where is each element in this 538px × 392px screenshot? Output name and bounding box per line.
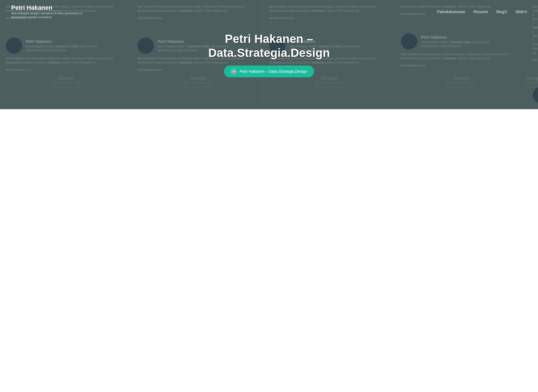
logo-name-link[interactable]: Petri Hakanen	[11, 4, 82, 11]
nav-palveluksessasi[interactable]: Palveluksessasi	[437, 10, 465, 14]
hero-title-line1: Petri Hakanen –	[225, 32, 313, 45]
hero-cta-label: Petri Hakanen – Data.Strategia.Design	[240, 69, 307, 74]
logo-tagline-line2: development models & practices	[11, 16, 52, 19]
hero-cta-button[interactable]: 🏠 Petri Hakanen – Data.Strategia.Design	[224, 66, 314, 77]
hero-title: Petri Hakanen – Data.Strategia.Design	[208, 32, 330, 60]
nav-slideit[interactable]: Slide'it	[515, 10, 527, 14]
logo-tagline-line1: data strategies design | operations & le…	[11, 12, 82, 15]
nav-resume[interactable]: Resume	[473, 10, 488, 14]
nav-blogit[interactable]: Blog'it	[496, 10, 507, 14]
site-header: Petri Hakanen data strategies design | o…	[0, 0, 538, 24]
logo-tagline: data strategies design | operations & le…	[11, 11, 82, 19]
home-icon: 🏠	[231, 68, 237, 74]
main-nav: Palveluksessasi Resume Blog'it Slide'it	[437, 10, 527, 14]
site-logo[interactable]: Petri Hakanen data strategies design | o…	[11, 4, 82, 19]
hero-title-line2: Data.Strategia.Design	[208, 46, 330, 59]
main-content	[0, 109, 538, 392]
hero-section: data strategies & business-data architec…	[0, 0, 538, 109]
